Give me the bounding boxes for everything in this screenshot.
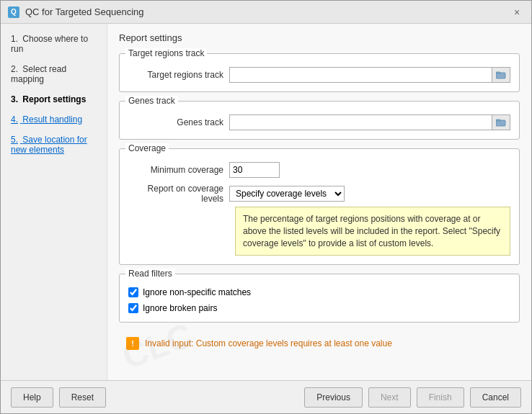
window-title: QC for Targeted Sequencing <box>25 6 144 17</box>
main-content: 1. Choose where to run 2. Select read ma… <box>1 24 531 380</box>
next-button[interactable]: Next <box>368 387 411 408</box>
target-regions-label: Target regions track <box>128 70 229 80</box>
ignore-nonspecific-label: Ignore non-specific matches <box>143 287 251 297</box>
minimum-coverage-input[interactable] <box>229 162 280 178</box>
coverage-tooltip: The percentage of target regions positio… <box>235 207 510 256</box>
coverage-title: Coverage <box>125 143 169 153</box>
ignore-broken-pairs-label: Ignore broken pairs <box>143 303 217 313</box>
cancel-button[interactable]: Cancel <box>470 387 521 408</box>
step-num-3: 3. <box>11 94 18 104</box>
genes-track-input-group <box>229 114 510 130</box>
step-num-1: 1. <box>11 34 18 44</box>
sidebar-item-2[interactable]: 2. Select read mapping <box>6 61 101 87</box>
main-window: Q QC for Targeted Sequencing × 1. Choose… <box>0 0 532 414</box>
target-regions-title: Target regions track <box>125 48 207 58</box>
minimum-coverage-row: Minimum coverage <box>128 162 510 178</box>
svg-rect-1 <box>496 72 500 73</box>
warning-icon: ! <box>126 337 139 350</box>
target-regions-row: Target regions track <box>128 67 510 83</box>
content-area: CLC Report settings Target regions track… <box>107 24 531 380</box>
sidebar: 1. Choose where to run 2. Select read ma… <box>1 24 107 380</box>
report-coverage-row: Report on coverage levels Specify covera… <box>128 184 510 204</box>
title-bar-left: Q QC for Targeted Sequencing <box>8 6 144 18</box>
ignore-nonspecific-checkbox[interactable] <box>128 287 138 297</box>
sidebar-label-2: Select read mapping <box>11 64 66 84</box>
sidebar-label-1: Choose where to run <box>11 34 88 54</box>
target-regions-input[interactable] <box>229 67 492 83</box>
coverage-group: Coverage Minimum coverage Report on cove… <box>119 148 520 265</box>
sidebar-label-5: Save location for new elements <box>11 135 87 155</box>
folder-icon-2 <box>496 118 506 127</box>
section-title: Report settings <box>119 32 520 43</box>
genes-track-input[interactable] <box>229 114 492 130</box>
read-filters-title: Read filters <box>125 269 175 279</box>
footer-right: Previous Next Finish Cancel <box>304 387 521 408</box>
tooltip-text: The percentage of target regions positio… <box>243 214 500 248</box>
target-regions-group: Target regions track Target regions trac… <box>119 53 520 92</box>
genes-track-group: Genes track Genes track <box>119 101 520 140</box>
sidebar-item-3[interactable]: 3. Report settings <box>6 91 101 107</box>
reset-button[interactable]: Reset <box>59 387 106 408</box>
ignore-broken-pairs-checkbox[interactable] <box>128 303 138 313</box>
read-filters-group: Read filters Ignore non-specific matches… <box>119 274 520 323</box>
genes-track-label: Genes track <box>128 117 229 127</box>
genes-track-browse-button[interactable] <box>492 114 510 130</box>
target-regions-input-group <box>229 67 510 83</box>
target-regions-browse-button[interactable] <box>492 67 510 83</box>
sidebar-label-4: Result handling <box>22 114 82 125</box>
sidebar-label-3: Report settings <box>22 94 86 104</box>
error-message: Invalid input: Custom coverage levels re… <box>145 338 392 348</box>
close-button[interactable]: × <box>510 5 524 19</box>
step-num-5: 5. <box>11 135 18 145</box>
footer-left: Help Reset <box>11 387 106 408</box>
finish-button[interactable]: Finish <box>417 387 464 408</box>
sidebar-item-4[interactable]: 4. Result handling <box>6 112 101 127</box>
svg-rect-3 <box>496 120 500 121</box>
step-num-2: 2. <box>11 64 18 74</box>
genes-track-row: Genes track <box>128 114 510 130</box>
report-coverage-label: Report on coverage levels <box>128 184 229 204</box>
ignore-broken-pairs-row: Ignore broken pairs <box>128 303 510 313</box>
sidebar-item-5[interactable]: 5. Save location for new elements <box>6 132 101 158</box>
genes-track-title: Genes track <box>125 96 178 106</box>
sidebar-item-1[interactable]: 1. Choose where to run <box>6 31 101 57</box>
error-row: ! Invalid input: Custom coverage levels … <box>119 331 520 356</box>
folder-icon <box>496 71 506 79</box>
minimum-coverage-label: Minimum coverage <box>128 165 229 175</box>
app-icon: Q <box>8 6 19 18</box>
title-bar: Q QC for Targeted Sequencing × <box>1 1 531 24</box>
step-num-4: 4. <box>11 114 18 125</box>
previous-button[interactable]: Previous <box>304 387 363 408</box>
ignore-nonspecific-row: Ignore non-specific matches <box>128 287 510 297</box>
footer: Help Reset Previous Next Finish Cancel <box>1 380 531 413</box>
report-coverage-select[interactable]: Specify coverage levels <box>229 186 345 202</box>
help-button[interactable]: Help <box>11 387 53 408</box>
